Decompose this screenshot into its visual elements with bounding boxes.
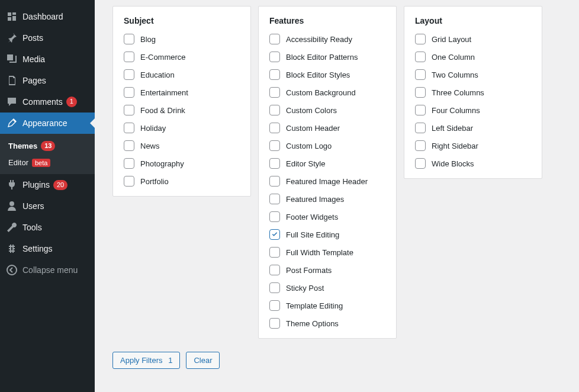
filter-checkbox-row[interactable]: Featured Images bbox=[269, 194, 385, 204]
checkbox-icon bbox=[269, 176, 280, 187]
sidebar-item-plugins[interactable]: Plugins 20 bbox=[0, 174, 95, 195]
filter-checkbox-row[interactable]: Block Editor Styles bbox=[269, 69, 385, 80]
filter-checkbox-row[interactable]: Custom Background bbox=[269, 87, 385, 98]
filter-checkbox-label: E-Commerce bbox=[140, 53, 186, 62]
clear-filters-button[interactable]: Clear bbox=[186, 352, 220, 369]
filter-checkbox-label: Template Editing bbox=[286, 301, 343, 310]
filter-checkbox-row[interactable]: Full Site Editing bbox=[269, 229, 385, 240]
filter-checkbox-label: Editor Style bbox=[286, 159, 325, 168]
checkbox-icon bbox=[269, 105, 280, 115]
filter-checkbox-row[interactable]: News bbox=[124, 140, 240, 151]
filter-checkbox-label: Entertainment bbox=[140, 88, 188, 97]
checkbox-icon bbox=[269, 140, 280, 151]
apply-filters-button[interactable]: Apply Filters 1 bbox=[112, 352, 180, 369]
plugins-icon bbox=[6, 179, 18, 191]
checkbox-icon bbox=[269, 52, 280, 62]
filter-checkbox-row[interactable]: Post Formats bbox=[269, 265, 385, 275]
sidebar-item-appearance[interactable]: Appearance bbox=[0, 113, 95, 134]
checkbox-icon bbox=[124, 52, 134, 62]
filter-checkbox-row[interactable]: Custom Logo bbox=[269, 140, 385, 151]
filter-checkbox-label: Photography bbox=[140, 159, 184, 168]
filter-checkbox-row[interactable]: Four Columns bbox=[415, 105, 531, 115]
collapse-icon bbox=[6, 264, 18, 276]
sidebar-item-label: Tools bbox=[22, 223, 42, 232]
submenu-item-editor[interactable]: Editor beta bbox=[0, 155, 95, 171]
filter-checkbox-row[interactable]: Two Columns bbox=[415, 69, 531, 80]
submenu-item-themes[interactable]: Themes 13 bbox=[0, 137, 95, 155]
filter-checkbox-label: News bbox=[140, 142, 160, 150]
filter-checkbox-label: Holiday bbox=[140, 124, 166, 133]
filter-checkbox-row[interactable]: Right Sidebar bbox=[415, 140, 531, 151]
submenu-item-label: Themes bbox=[8, 142, 37, 150]
checkbox-icon bbox=[269, 247, 280, 258]
filter-checkbox-row[interactable]: Grid Layout bbox=[415, 34, 531, 44]
media-icon bbox=[6, 53, 18, 65]
filter-checkbox-row[interactable]: Theme Options bbox=[269, 318, 385, 329]
filter-checkbox-row[interactable]: Featured Image Header bbox=[269, 176, 385, 187]
filter-checkbox-row[interactable]: Holiday bbox=[124, 123, 240, 133]
filter-checkbox-label: One Column bbox=[432, 53, 475, 62]
plugins-badge: 20 bbox=[53, 180, 67, 190]
filter-checkbox-row[interactable]: Custom Colors bbox=[269, 105, 385, 115]
filter-checkbox-row[interactable]: Sticky Post bbox=[269, 282, 385, 293]
filter-checkbox-row[interactable]: Full Width Template bbox=[269, 247, 385, 258]
filter-panel-title: Layout bbox=[415, 16, 531, 25]
checkbox-icon bbox=[269, 300, 280, 311]
filter-checkbox-row[interactable]: Editor Style bbox=[269, 158, 385, 169]
filter-checkbox-row[interactable]: Accessibility Ready bbox=[269, 34, 385, 44]
checkbox-icon bbox=[415, 69, 426, 80]
users-icon bbox=[6, 200, 18, 212]
filter-checkbox-label: Grid Layout bbox=[432, 35, 471, 44]
sidebar-item-tools[interactable]: Tools bbox=[0, 217, 95, 238]
checkbox-icon bbox=[124, 34, 134, 44]
filter-checkbox-row[interactable]: Blog bbox=[124, 34, 240, 44]
filter-actions: Apply Filters 1 Clear bbox=[112, 352, 567, 369]
collapse-menu[interactable]: Collapse menu bbox=[0, 259, 95, 281]
filter-checkbox-row[interactable]: Block Editor Patterns bbox=[269, 52, 385, 62]
appearance-icon bbox=[6, 117, 18, 129]
sidebar-item-settings[interactable]: Settings bbox=[0, 238, 95, 259]
filter-checkbox-label: Four Columns bbox=[432, 106, 480, 115]
filter-checkbox-row[interactable]: Portfolio bbox=[124, 176, 240, 187]
filter-checkbox-row[interactable]: Photography bbox=[124, 158, 240, 169]
checkbox-icon bbox=[124, 69, 134, 80]
sidebar-item-dashboard[interactable]: Dashboard bbox=[0, 6, 95, 27]
checkbox-icon bbox=[124, 176, 134, 187]
sidebar-item-label: Dashboard bbox=[22, 12, 63, 21]
filter-checkbox-row[interactable]: Left Sidebar bbox=[415, 123, 531, 133]
checkbox-icon bbox=[269, 318, 280, 329]
filter-checkbox-row[interactable]: E-Commerce bbox=[124, 52, 240, 62]
filter-checkbox-label: Three Columns bbox=[432, 88, 484, 97]
filter-checkbox-label: Education bbox=[140, 70, 175, 79]
collapse-label: Collapse menu bbox=[22, 265, 78, 275]
sidebar-item-media[interactable]: Media bbox=[0, 49, 95, 70]
filter-checkbox-label: Two Columns bbox=[432, 70, 478, 79]
filter-checkbox-row[interactable]: Entertainment bbox=[124, 87, 240, 98]
filter-checkbox-row[interactable]: Template Editing bbox=[269, 300, 385, 311]
sidebar-item-comments[interactable]: Comments 1 bbox=[0, 91, 95, 113]
pin-icon bbox=[6, 32, 18, 44]
sidebar-item-pages[interactable]: Pages bbox=[0, 70, 95, 91]
filter-checkbox-row[interactable]: Three Columns bbox=[415, 87, 531, 98]
filter-checkbox-row[interactable]: Custom Header bbox=[269, 123, 385, 133]
sidebar-item-posts[interactable]: Posts bbox=[0, 27, 95, 49]
filter-panel-subject: Subject BlogE-CommerceEducationEntertain… bbox=[112, 6, 251, 197]
filter-checkbox-label: Right Sidebar bbox=[432, 142, 478, 150]
sidebar-item-label: Posts bbox=[22, 33, 43, 43]
filter-checkbox-label: Theme Options bbox=[286, 319, 339, 328]
checkbox-icon bbox=[415, 34, 426, 44]
checkbox-icon bbox=[269, 123, 280, 133]
checkbox-icon bbox=[269, 158, 280, 169]
filter-checkbox-row[interactable]: Food & Drink bbox=[124, 105, 240, 115]
tools-icon bbox=[6, 221, 18, 233]
filter-checkbox-row[interactable]: Education bbox=[124, 69, 240, 80]
filter-checkbox-row[interactable]: One Column bbox=[415, 52, 531, 62]
filter-checkbox-label: Custom Header bbox=[286, 124, 340, 133]
filter-checkbox-label: Left Sidebar bbox=[432, 124, 473, 133]
dashboard-icon bbox=[6, 11, 18, 23]
filter-checkbox-row[interactable]: Wide Blocks bbox=[415, 158, 531, 169]
sidebar-item-label: Users bbox=[22, 201, 44, 211]
filter-checkbox-row[interactable]: Footer Widgets bbox=[269, 211, 385, 222]
checkbox-icon bbox=[124, 140, 134, 151]
sidebar-item-users[interactable]: Users bbox=[0, 195, 95, 217]
